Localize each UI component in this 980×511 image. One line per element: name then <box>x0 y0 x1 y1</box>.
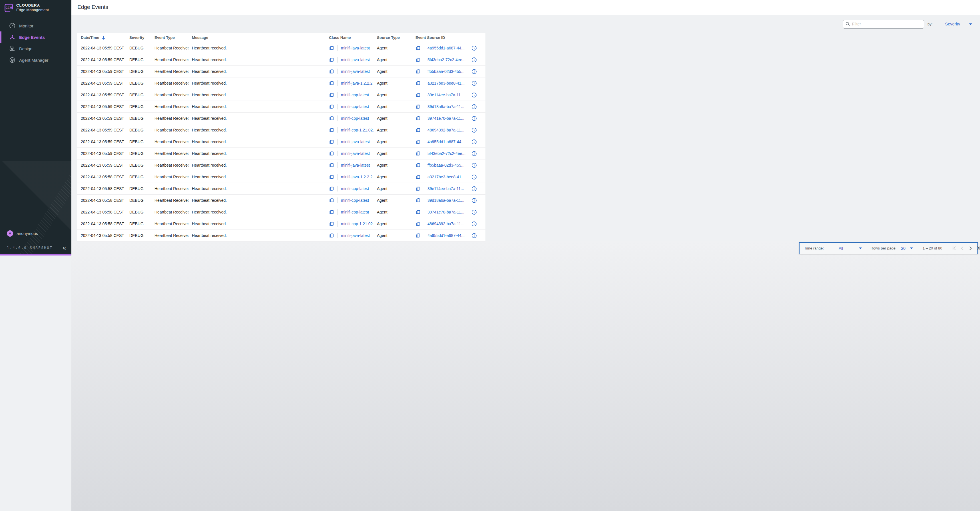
cell-severity: DEBUG <box>126 222 151 226</box>
class-name-link[interactable]: minifi-cpp-latest <box>341 186 369 191</box>
info-icon[interactable] <box>471 186 477 192</box>
event-source-id-link[interactable]: 48694392-ba7a-11... <box>428 222 464 226</box>
class-name-link[interactable]: minifi-java-latest <box>341 233 370 238</box>
copy-icon[interactable] <box>329 116 334 121</box>
class-name-link[interactable]: minifi-cpp-1.21.02.... <box>341 222 374 226</box>
event-source-id-link[interactable]: 39d18a6a-ba7a-11... <box>428 198 464 203</box>
info-icon[interactable] <box>471 57 477 62</box>
info-icon[interactable] <box>471 116 477 121</box>
column-header-class-name[interactable]: Class Name <box>326 35 374 40</box>
copy-icon[interactable] <box>415 116 421 121</box>
event-source-id-link[interactable]: a3217be3-bee8-41... <box>428 175 465 179</box>
info-icon[interactable] <box>471 233 477 238</box>
class-name-link[interactable]: minifi-java-latest <box>341 69 370 74</box>
copy-icon[interactable] <box>329 81 334 86</box>
event-source-id-link[interactable]: a3217be3-bee8-41... <box>428 81 465 85</box>
column-header-severity[interactable]: Severity <box>126 35 151 40</box>
info-icon[interactable] <box>471 163 477 168</box>
info-icon[interactable] <box>471 45 477 51</box>
copy-icon[interactable] <box>415 45 421 51</box>
class-name-link[interactable]: minifi-java-latest <box>341 46 370 50</box>
class-name-link[interactable]: minifi-cpp-latest <box>341 93 369 97</box>
class-name-link[interactable]: minifi-cpp-latest <box>341 210 369 214</box>
copy-icon[interactable] <box>415 233 421 238</box>
copy-icon[interactable] <box>329 69 334 74</box>
copy-icon[interactable] <box>329 128 334 133</box>
user-menu[interactable]: A anonymous <box>7 230 38 236</box>
info-icon[interactable] <box>471 198 477 203</box>
collapse-sidebar-icon[interactable]: « <box>62 246 66 250</box>
event-source-id-link[interactable]: 39e114ee-ba7a-11... <box>428 93 464 97</box>
copy-icon[interactable] <box>415 92 421 97</box>
info-icon[interactable] <box>471 174 477 180</box>
copy-icon[interactable] <box>415 186 421 191</box>
copy-icon[interactable] <box>415 128 421 133</box>
column-header-source-type[interactable]: Source Type <box>374 35 412 40</box>
copy-icon[interactable] <box>329 45 334 51</box>
copy-icon[interactable] <box>415 57 421 62</box>
class-name-link[interactable]: minifi-cpp-latest <box>341 116 369 121</box>
copy-icon[interactable] <box>329 139 334 144</box>
copy-icon[interactable] <box>329 92 334 97</box>
event-source-id-link[interactable]: 4a955dd1-a687-44... <box>428 139 465 144</box>
event-source-id-link[interactable]: 4a955dd1-a687-44... <box>428 233 465 238</box>
info-icon[interactable] <box>471 69 477 74</box>
class-name-link[interactable]: minifi-java-1.2.2.2 <box>341 81 373 85</box>
info-icon[interactable] <box>471 128 477 133</box>
event-source-id-link[interactable]: 39741e70-ba7a-11... <box>428 210 464 214</box>
event-source-id-link[interactable]: 48694392-ba7a-11... <box>428 128 464 133</box>
copy-icon[interactable] <box>329 151 334 156</box>
info-icon[interactable] <box>471 104 477 109</box>
sidebar-item-monitor[interactable]: Monitor <box>0 20 72 32</box>
info-icon[interactable] <box>471 139 477 145</box>
copy-icon[interactable] <box>329 163 334 168</box>
column-header-datetime[interactable]: Date/Time <box>77 35 126 40</box>
copy-icon[interactable] <box>329 104 334 109</box>
event-source-id-link[interactable]: ffb5baaa-02d3-455... <box>428 163 465 168</box>
sort-desc-icon[interactable] <box>101 35 106 40</box>
copy-icon[interactable] <box>415 81 421 86</box>
copy-icon[interactable] <box>329 221 334 226</box>
class-name-link[interactable]: minifi-java-1.2.2.2 <box>341 175 373 179</box>
copy-icon[interactable] <box>329 209 334 215</box>
class-name-link[interactable]: minifi-java-latest <box>341 151 370 156</box>
sidebar-item-agent-manager[interactable]: Agent Manager <box>0 54 72 66</box>
info-icon[interactable] <box>471 81 477 86</box>
event-source-id-link[interactable]: 5f43eba2-72c2-4ee... <box>428 57 465 62</box>
copy-icon[interactable] <box>415 69 421 74</box>
class-name-link[interactable]: minifi-cpp-latest <box>341 104 369 109</box>
copy-icon[interactable] <box>329 186 334 191</box>
copy-icon[interactable] <box>415 174 421 179</box>
class-name-link[interactable]: minifi-java-latest <box>341 139 370 144</box>
copy-icon[interactable] <box>329 57 334 62</box>
copy-icon[interactable] <box>415 139 421 144</box>
event-source-id-link[interactable]: 5f43eba2-72c2-4ee... <box>428 151 465 156</box>
info-icon[interactable] <box>471 92 477 98</box>
class-name-link[interactable]: minifi-cpp-1.21.02.... <box>341 128 374 133</box>
copy-icon[interactable] <box>415 198 421 203</box>
class-name-link[interactable]: minifi-java-latest <box>341 57 370 62</box>
class-name-link[interactable]: minifi-cpp-latest <box>341 198 369 203</box>
copy-icon[interactable] <box>415 151 421 156</box>
event-source-id-link[interactable]: 39d18a6a-ba7a-11... <box>428 104 464 109</box>
event-source-id-link[interactable]: ffb5baaa-02d3-455... <box>428 69 465 74</box>
event-source-id-link[interactable]: 39741e70-ba7a-11... <box>428 116 464 121</box>
copy-icon[interactable] <box>415 209 421 215</box>
copy-icon[interactable] <box>415 221 421 226</box>
info-icon[interactable] <box>471 151 477 156</box>
copy-icon[interactable] <box>329 233 334 238</box>
info-icon[interactable] <box>471 209 477 215</box>
copy-icon[interactable] <box>415 163 421 168</box>
copy-icon[interactable] <box>329 198 334 203</box>
column-header-message[interactable]: Message <box>188 35 326 40</box>
class-name-link[interactable]: minifi-java-latest <box>341 163 370 168</box>
column-header-event-type[interactable]: Event Type <box>151 35 188 40</box>
copy-icon[interactable] <box>415 104 421 109</box>
sidebar-item-edge-events[interactable]: Edge Events <box>0 32 72 43</box>
column-header-event-source-id[interactable]: Event Source ID <box>412 35 485 40</box>
info-icon[interactable] <box>471 221 477 227</box>
copy-icon[interactable] <box>329 174 334 179</box>
sidebar-item-design[interactable]: Design <box>0 43 72 54</box>
event-source-id-link[interactable]: 4a955dd1-a687-44... <box>428 46 465 50</box>
event-source-id-link[interactable]: 39e114ee-ba7a-11... <box>428 186 464 191</box>
